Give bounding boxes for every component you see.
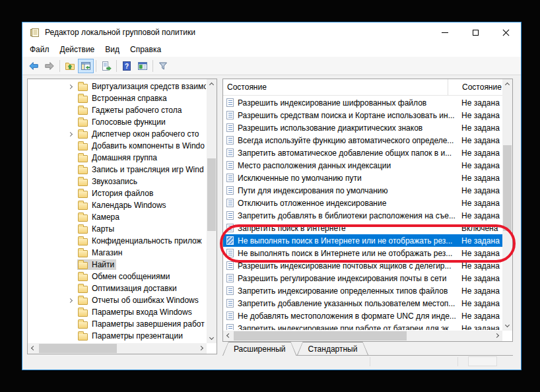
menu-file[interactable]: Файл (24, 44, 55, 55)
maximize-icon (473, 30, 479, 36)
policy-state: Не задана (461, 324, 502, 331)
titlebar: Редактор локальной групповой политики (22, 22, 521, 42)
folder-icon (78, 262, 88, 269)
folder-icon (78, 310, 88, 317)
folder-icon (78, 321, 88, 329)
tree-item[interactable]: Оптимизация доставки (28, 282, 206, 294)
tree-item[interactable]: Конфиденциальность прилож (28, 235, 206, 247)
policy-row[interactable]: Разрешить регулирование индексирования п… (223, 272, 502, 284)
tree-item[interactable]: Параметры презентации (28, 330, 206, 342)
tree-item[interactable]: Магазин (28, 247, 206, 259)
policy-state: Не задана (461, 199, 502, 208)
folder-icon (78, 286, 88, 293)
tree-item[interactable]: Голосовые функции (28, 116, 206, 128)
policy-doc-icon (226, 274, 234, 282)
policy-row[interactable]: Отключить отложенное индексированиеНе за… (223, 197, 502, 209)
column-header-label: Состояние (227, 82, 267, 92)
toolbar-separator (96, 60, 96, 72)
help-button[interactable]: ? (119, 59, 135, 73)
policy-state: Не задана (461, 299, 502, 308)
tree-item[interactable]: Диспетчер окон рабочего сто (28, 128, 206, 140)
policy-name: Разрешить индексирование шифрованных фай… (238, 98, 461, 108)
folder-icon (78, 143, 88, 150)
maximize-button[interactable] (460, 22, 490, 42)
status-pane (468, 356, 497, 366)
policy-row[interactable]: Исключенные по умолчанию путиНе задана (223, 172, 502, 184)
policy-row[interactable]: Разрешить средствам поиска и Кортане исп… (223, 109, 502, 121)
column-header-state[interactable]: Состояние (448, 79, 502, 95)
policy-doc-icon (226, 286, 234, 295)
list-horizontal-scrollbar[interactable] (223, 331, 502, 341)
folder-icon (78, 250, 88, 257)
tree-item[interactable]: Звукозапись (28, 176, 206, 187)
minimize-button[interactable] (430, 22, 460, 42)
scroll-down-button[interactable] (502, 321, 512, 331)
policy-row[interactable]: Запретить индексирование определенных ти… (223, 284, 502, 297)
tab-label: Расширенный (234, 344, 286, 354)
close-button[interactable] (490, 22, 521, 42)
scroll-up-button[interactable] (207, 79, 217, 89)
tab-standard[interactable]: Стандартный (297, 342, 369, 356)
tree-item[interactable]: Виртуализация средств взаимо (28, 81, 206, 92)
forward-button[interactable] (42, 59, 57, 73)
scroll-thumb[interactable] (207, 158, 216, 231)
export-list-button[interactable] (98, 59, 114, 73)
tree-horizontal-scrollbar[interactable] (28, 343, 207, 354)
tree-item[interactable]: Запись и трансляция игр Wind (28, 164, 206, 176)
scroll-up-button[interactable] (502, 79, 512, 89)
policy-row[interactable]: Запретить добавление указанных пользоват… (223, 297, 502, 310)
tree-item[interactable]: Домашняя группа (28, 152, 206, 164)
tree-item[interactable]: Гаджеты рабочего стола (28, 104, 206, 116)
show-console-tree-button[interactable] (78, 59, 94, 73)
show-window-button[interactable] (135, 59, 151, 73)
expand-chevron-icon[interactable] (69, 133, 77, 136)
list-vertical-scrollbar[interactable] (502, 79, 512, 331)
menu-view[interactable]: Вид (100, 44, 125, 55)
tree-item[interactable]: Параметры входа Windows (28, 306, 206, 318)
policy-row[interactable]: Разрешить использование диакритических з… (223, 121, 502, 134)
back-button[interactable] (26, 59, 42, 73)
scroll-left-button[interactable] (223, 331, 233, 341)
column-header-setting[interactable]: Состояние (223, 79, 448, 95)
tab-extended[interactable]: Расширенный (222, 342, 297, 356)
scroll-thumb[interactable] (234, 331, 407, 341)
scroll-thumb[interactable] (503, 145, 512, 231)
tree-vertical-scrollbar[interactable] (207, 79, 217, 343)
policy-row[interactable]: Запретить индексирование при работе от б… (223, 322, 502, 330)
tree-item-selected[interactable]: Найти (28, 259, 206, 271)
toolbar-separator (116, 60, 117, 72)
policy-row[interactable]: Разрешить индексирование шифрованных фай… (223, 96, 502, 109)
policy-row[interactable]: Место расположения данных индексацииНе з… (223, 159, 502, 172)
tree-item[interactable]: Встроенная справка (28, 92, 206, 104)
tree-item[interactable]: Календарь Windows (28, 199, 206, 211)
column-header-label: Состояние (462, 82, 502, 92)
tree-item[interactable]: Отчеты об ошибках Windows (28, 294, 206, 306)
tree-item[interactable]: История файлов (28, 187, 206, 199)
expand-chevron-icon[interactable] (69, 299, 77, 302)
tree-item[interactable]: Добавить компоненты в Windo (28, 140, 206, 152)
menu-action[interactable]: Действие (55, 44, 100, 55)
help-icon: ? (121, 61, 132, 71)
policy-row[interactable]: Пути для индексирования по умолчаниюНе з… (223, 184, 502, 197)
tree-item[interactable]: Обмен сообщениями (28, 271, 206, 282)
policy-row[interactable]: Запретить автоматическое добавление общи… (223, 147, 502, 159)
scroll-thumb[interactable] (39, 344, 117, 353)
up-level-button[interactable] (62, 59, 78, 73)
menubar: Файл Действие Вид Справка (22, 42, 521, 57)
policy-row[interactable]: Всегда используйте функцию автоматическо… (223, 134, 502, 147)
scroll-right-button[interactable] (197, 343, 207, 353)
policy-doc-icon (226, 161, 234, 170)
tree-item-label: Параметры входа Windows (92, 308, 192, 317)
tree-item[interactable]: Параметры завершения работ (28, 318, 206, 330)
scroll-right-button[interactable] (492, 331, 502, 341)
filter-button[interactable] (155, 59, 171, 73)
policy-row[interactable]: Не добавлять местоположения в формате UN… (223, 310, 502, 322)
tree-item[interactable]: Карты (28, 223, 206, 235)
scroll-down-button[interactable] (207, 333, 217, 343)
scroll-left-button[interactable] (28, 343, 38, 353)
expand-chevron-icon[interactable] (69, 85, 77, 88)
tree-item[interactable]: Камера (28, 211, 206, 223)
menu-help[interactable]: Справка (125, 44, 166, 55)
policy-row[interactable]: Запретить добавлять в библиотеки располо… (223, 209, 502, 222)
tree-item-label: Календарь Windows (92, 201, 166, 210)
